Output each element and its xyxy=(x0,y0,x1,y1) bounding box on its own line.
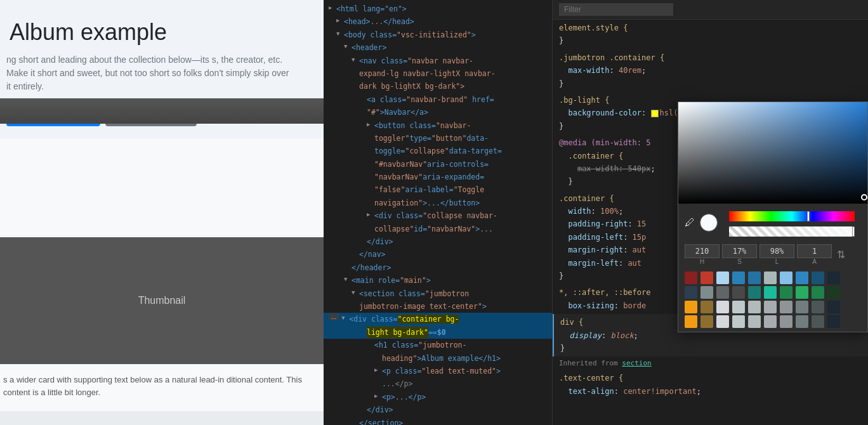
expand-icon[interactable]: ▼ xyxy=(336,29,343,38)
expand-icon[interactable]: ▼ xyxy=(344,42,350,51)
code-line[interactable]: ▼ <body class="vsc-initialized"> xyxy=(324,29,552,41)
album-title: Album example xyxy=(10,19,305,46)
color-swatch[interactable] xyxy=(796,301,808,313)
ellipsis-button[interactable]: ... xyxy=(329,313,339,320)
color-swatch[interactable] xyxy=(716,301,729,313)
navbar-strip xyxy=(0,98,324,124)
expand-icon[interactable]: ▶ xyxy=(374,391,381,400)
color-swatch[interactable] xyxy=(748,301,761,313)
color-swatch[interactable] xyxy=(764,271,777,284)
color-swatch[interactable] xyxy=(685,315,697,328)
expand-icon[interactable]: ▶ xyxy=(336,16,343,25)
alpha-input[interactable] xyxy=(797,244,832,258)
filter-bar xyxy=(553,0,868,20)
color-swatch[interactable] xyxy=(732,271,745,284)
expand-icon[interactable]: ▶ xyxy=(374,365,381,374)
inherited-section-link[interactable]: section xyxy=(622,359,651,367)
code-line[interactable]: ▼ <main role="main"> xyxy=(324,274,552,287)
css-inspector-panel: element.style { } .jumbotron .container … xyxy=(552,0,868,425)
scroll-area[interactable] xyxy=(0,411,324,425)
code-line[interactable]: <h1 class="jumbotron- xyxy=(324,339,552,351)
color-swatch[interactable] xyxy=(700,286,713,299)
code-line: "false" aria-label="Toggle xyxy=(324,183,552,196)
code-line: navigation">...</button> xyxy=(324,197,552,209)
expand-icon[interactable]: ▶ xyxy=(367,210,373,219)
card-text-area: s a wider card with supporting text belo… xyxy=(0,364,324,408)
color-inputs-row: H S L A ⇅ xyxy=(678,242,867,268)
color-swatch[interactable] xyxy=(685,286,697,299)
color-swatch[interactable] xyxy=(780,271,792,284)
code-line[interactable]: ▶ <p class="lead text-muted"> xyxy=(324,365,552,377)
code-line[interactable]: <a class="navbar-brand" href= xyxy=(324,93,552,106)
color-swatch[interactable] xyxy=(685,301,697,313)
color-swatch[interactable] xyxy=(812,315,824,328)
color-swatch[interactable] xyxy=(700,271,713,284)
alpha-thumb xyxy=(852,226,855,237)
color-swatch[interactable] xyxy=(812,301,824,313)
expand-icon[interactable]: ▼ xyxy=(341,313,348,322)
color-format-switch-button[interactable]: ⇅ xyxy=(834,249,848,261)
code-line[interactable]: ▼ <section class="jumbotron xyxy=(324,287,552,300)
expand-icon[interactable]: ▼ xyxy=(352,288,358,297)
filter-input[interactable] xyxy=(559,3,673,16)
code-line[interactable]: ▼ <nav class="navbar navbar- xyxy=(324,55,552,67)
color-swatch[interactable] xyxy=(827,271,840,284)
color-eyedropper-row: 🖊 xyxy=(678,204,867,242)
color-swatch[interactable] xyxy=(732,301,745,313)
color-swatch[interactable] xyxy=(780,315,792,328)
color-swatch[interactable] xyxy=(716,286,729,299)
code-line[interactable]: ▶ <html lang="en"> xyxy=(324,3,552,15)
color-swatch[interactable] xyxy=(748,286,761,299)
saturation-input[interactable] xyxy=(722,244,757,258)
color-swatch[interactable] xyxy=(732,315,745,328)
code-line: expand-lg navbar-lightX navbar- xyxy=(324,67,552,80)
code-line[interactable]: ▶ <div class="collapse navbar- xyxy=(324,209,552,222)
code-line: toggler" type="button" data- xyxy=(324,132,552,145)
lightness-input[interactable] xyxy=(760,244,794,258)
hue-input[interactable] xyxy=(685,244,720,258)
color-swatch[interactable] xyxy=(827,315,840,328)
code-line[interactable]: ▶ <p>...</p> xyxy=(324,391,552,403)
color-swatch[interactable] xyxy=(780,286,792,299)
color-swatch[interactable] xyxy=(732,286,745,299)
color-hue-bar[interactable] xyxy=(729,211,855,221)
code-line: "#">Navbar</a> xyxy=(324,106,552,119)
color-swatch[interactable] xyxy=(780,301,792,313)
color-swatch[interactable] xyxy=(827,286,840,299)
hue-input-group: H xyxy=(685,244,720,265)
color-swatch[interactable] xyxy=(812,271,824,284)
code-line[interactable]: ▶ <button class="navbar- xyxy=(324,119,552,132)
color-swatch[interactable] xyxy=(796,286,808,299)
code-line[interactable]: ▶ <head>...</head> xyxy=(324,15,552,28)
selected-div-line[interactable]: ... ▼ <div class="container bg- xyxy=(324,313,552,325)
color-swatch[interactable] xyxy=(764,286,777,299)
color-gradient-area[interactable] xyxy=(678,102,867,204)
color-swatch[interactable] xyxy=(764,301,777,313)
code-line: "navbarNav" aria-expanded= xyxy=(324,171,552,183)
color-swatch[interactable] xyxy=(812,286,824,299)
eyedropper-icon[interactable]: 🖊 xyxy=(685,217,695,228)
expand-icon[interactable]: ▼ xyxy=(352,55,358,64)
color-swatch[interactable] xyxy=(796,315,808,328)
color-swatch[interactable] xyxy=(716,271,729,284)
color-swatch-icon[interactable] xyxy=(651,110,659,117)
expand-icon[interactable]: ▼ xyxy=(344,275,350,284)
color-swatch[interactable] xyxy=(685,271,697,284)
color-swatch[interactable] xyxy=(700,301,713,313)
expand-icon[interactable]: ▶ xyxy=(329,3,335,12)
color-swatch[interactable] xyxy=(748,271,761,284)
css-rule-element-style: element.style { } xyxy=(553,20,868,49)
alpha-label: A xyxy=(812,258,817,265)
color-swatch[interactable] xyxy=(716,315,729,328)
color-swatch[interactable] xyxy=(827,301,840,313)
card-text: s a wider card with supporting text belo… xyxy=(3,374,320,398)
color-alpha-bar[interactable] xyxy=(729,226,855,237)
color-swatch[interactable] xyxy=(796,271,808,284)
color-swatch[interactable] xyxy=(700,315,713,328)
code-line: </div> xyxy=(324,235,552,248)
code-line[interactable]: ▼ <header> xyxy=(324,41,552,54)
expand-icon[interactable]: ▶ xyxy=(367,120,373,129)
color-swatch[interactable] xyxy=(764,315,777,328)
color-swatch[interactable] xyxy=(748,315,761,328)
lightness-label: L xyxy=(775,258,779,265)
